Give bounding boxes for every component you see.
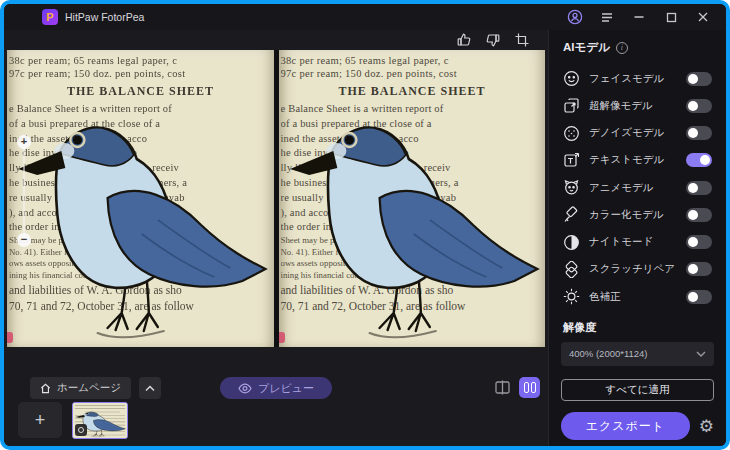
- maximize-icon[interactable]: [658, 7, 684, 27]
- super-resolution-icon: [563, 97, 580, 114]
- colorize-model-toggle[interactable]: [686, 208, 712, 222]
- model-label: 超解像モデル: [589, 99, 686, 113]
- image-before[interactable]: 38c per ream; 65 reams legal paper, c 97…: [7, 50, 274, 347]
- thumbnail-strip: +: [18, 402, 128, 439]
- model-label: スクラッチリペア: [589, 262, 686, 276]
- editor-canvas: 38c per ream; 65 reams legal paper, c 97…: [4, 30, 548, 446]
- app-title: HitPaw FotorPea: [65, 11, 144, 23]
- super-resolution-toggle[interactable]: [686, 99, 712, 113]
- image-after[interactable]: 38c per ream; 65 reams legal paper, c 97…: [279, 50, 546, 347]
- menu-icon[interactable]: [594, 7, 620, 27]
- chevron-up-icon: [145, 385, 155, 392]
- model-row-night-mode: ナイトモード: [561, 229, 714, 256]
- resolution-label: 解像度: [563, 320, 714, 335]
- bird-illustration: [279, 50, 546, 347]
- model-row-denoise: デノイズモデル: [561, 120, 714, 147]
- crop-icon[interactable]: [514, 32, 530, 48]
- thumbs-down-icon[interactable]: [485, 32, 501, 48]
- before-after-compare: 38c per ream; 65 reams legal paper, c 97…: [7, 50, 545, 347]
- colorize-model-icon: [563, 206, 580, 223]
- model-row-face: フェイスモデル: [561, 65, 714, 92]
- model-row-text: テキストモデル: [561, 147, 714, 174]
- anime-model-icon: [563, 179, 580, 196]
- preview-label: プレビュー: [258, 381, 314, 396]
- canvas-toolbar: [456, 32, 530, 48]
- collapse-strip-button[interactable]: [139, 377, 161, 399]
- scratch-repair-icon: [563, 261, 580, 278]
- home-page-button[interactable]: ホームページ: [30, 377, 131, 399]
- image-thumbnail[interactable]: [72, 402, 128, 439]
- face-model-icon: [563, 70, 580, 87]
- model-row-scratch-repair: スクラッチリペア: [561, 256, 714, 283]
- model-label: カラー化モデル: [589, 208, 686, 222]
- model-label: テキストモデル: [589, 153, 686, 167]
- model-label: アニメモデル: [589, 181, 686, 195]
- zoom-out-button[interactable]: −: [17, 233, 31, 247]
- model-label: 色補正: [589, 290, 686, 304]
- model-row-colorize: カラー化モデル: [561, 201, 714, 228]
- footer-controls: ホームページ プレビュー: [4, 377, 548, 399]
- minimize-icon[interactable]: [626, 7, 652, 27]
- apply-to-all-button[interactable]: すべてに適用: [561, 379, 714, 401]
- denoise-model-icon: [563, 125, 580, 142]
- text-model-toggle[interactable]: [686, 153, 712, 167]
- night-mode-icon: [563, 234, 580, 251]
- model-row-super-resolution: 超解像モデル: [561, 92, 714, 119]
- view-mode-toggles: [494, 377, 540, 398]
- preview-button[interactable]: プレビュー: [220, 377, 332, 399]
- info-icon[interactable]: i: [616, 42, 628, 54]
- zoom-slider[interactable]: + −: [17, 135, 31, 247]
- face-model-toggle[interactable]: [686, 72, 712, 86]
- bird-illustration: [7, 50, 274, 347]
- app-window: P HitPaw FotorPea: [0, 0, 730, 450]
- pink-mark: [279, 332, 285, 343]
- text-model-icon: [563, 152, 580, 169]
- side-by-side-view-icon[interactable]: [519, 377, 540, 398]
- scratch-repair-toggle[interactable]: [686, 262, 712, 276]
- export-button[interactable]: エクスポート: [561, 412, 690, 440]
- add-image-button[interactable]: +: [18, 402, 62, 438]
- zoom-slider-track[interactable]: [23, 142, 25, 240]
- thumbs-up-icon[interactable]: [456, 32, 472, 48]
- thumbnail-status-icon: [75, 424, 87, 436]
- night-mode-toggle[interactable]: [686, 235, 712, 249]
- home-page-label: ホームページ: [57, 381, 121, 395]
- export-settings-gear-icon[interactable]: ⚙: [699, 418, 714, 435]
- model-row-anime: アニメモデル: [561, 174, 714, 201]
- view-bar: [531, 382, 536, 393]
- anime-model-toggle[interactable]: [686, 181, 712, 195]
- ai-model-panel: AIモデル i フェイスモデル 超解像モデル デノイズモデル テキストモデ: [548, 30, 726, 446]
- denoise-model-toggle[interactable]: [686, 126, 712, 140]
- home-icon: [40, 383, 51, 394]
- resolution-value: 400% (2000*1124): [569, 348, 648, 359]
- split-view-icon[interactable]: [494, 379, 511, 396]
- color-correction-toggle[interactable]: [686, 290, 712, 304]
- app-logo-icon: P: [42, 9, 58, 25]
- close-icon[interactable]: [690, 7, 716, 27]
- model-row-color-correction: 色補正: [561, 283, 714, 310]
- color-correction-icon: [563, 288, 580, 305]
- view-bar: [524, 382, 529, 393]
- user-avatar-icon[interactable]: [562, 7, 588, 27]
- resolution-dropdown[interactable]: 400% (2000*1124): [561, 342, 714, 365]
- zoom-in-button[interactable]: +: [17, 135, 31, 149]
- model-label: ナイトモード: [589, 235, 686, 249]
- chevron-down-icon: [696, 351, 706, 357]
- eye-icon: [238, 383, 252, 394]
- model-label: デノイズモデル: [589, 126, 686, 140]
- pink-mark: [7, 332, 13, 343]
- panel-title: AIモデル: [563, 40, 610, 55]
- model-label: フェイスモデル: [589, 72, 686, 86]
- titlebar: P HitPaw FotorPea: [4, 4, 726, 30]
